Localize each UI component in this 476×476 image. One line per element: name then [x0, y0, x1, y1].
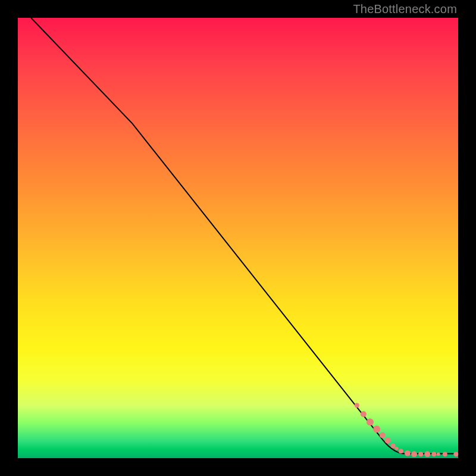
data-point	[453, 452, 458, 456]
data-point	[437, 452, 440, 456]
data-point	[367, 418, 374, 425]
data-point	[443, 452, 447, 456]
data-point	[405, 450, 411, 456]
data-point	[355, 403, 359, 408]
data-points-group	[355, 403, 459, 457]
data-point	[411, 451, 417, 457]
data-point	[424, 451, 430, 457]
bottleneck-curve	[31, 18, 458, 454]
chart-overlay	[18, 18, 458, 458]
chart-frame: TheBottleneck.com	[0, 0, 476, 476]
data-point	[390, 443, 395, 448]
attribution-label: TheBottleneck.com	[353, 2, 457, 16]
data-point	[394, 447, 398, 450]
data-point	[431, 452, 436, 456]
data-point	[418, 452, 423, 456]
data-point	[373, 425, 380, 433]
data-point	[399, 449, 403, 453]
data-point	[361, 411, 367, 417]
data-point	[385, 437, 391, 443]
data-point	[380, 433, 386, 439]
